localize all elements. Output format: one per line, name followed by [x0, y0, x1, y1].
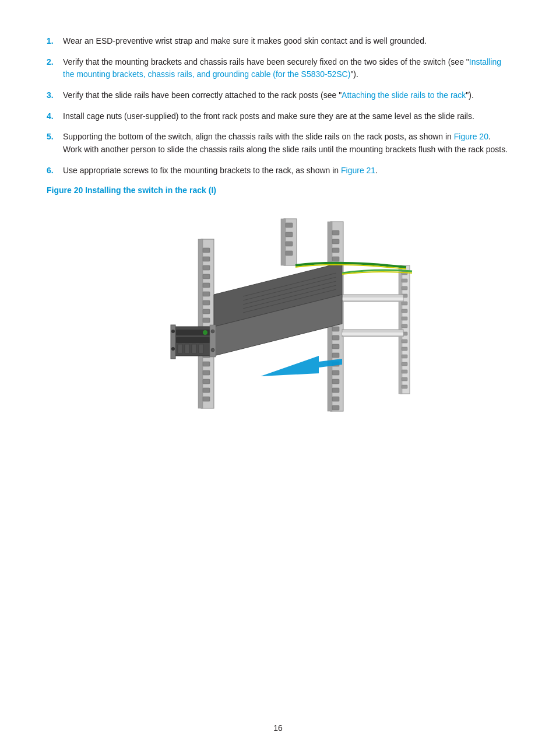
svg-rect-39 — [332, 379, 339, 384]
step-1-text: Wear an ESD-preventive wrist strap and m… — [63, 35, 509, 48]
svg-rect-49 — [402, 302, 407, 305]
step-6-text: Use appropriate screws to fix the mounti… — [63, 164, 509, 177]
svg-rect-65 — [286, 242, 293, 246]
step-5-link[interactable]: Figure 20 — [454, 132, 488, 141]
svg-rect-33 — [332, 327, 339, 331]
svg-rect-35 — [332, 344, 339, 349]
svg-rect-2 — [203, 248, 210, 253]
svg-rect-66 — [286, 251, 293, 256]
svg-rect-64 — [286, 232, 293, 237]
svg-point-88 — [203, 330, 207, 335]
svg-rect-36 — [332, 353, 339, 358]
svg-rect-22 — [332, 230, 339, 235]
svg-rect-52 — [402, 324, 407, 328]
svg-rect-9 — [203, 309, 210, 314]
svg-rect-24 — [332, 248, 339, 253]
svg-rect-16 — [203, 370, 210, 375]
left-rack-post — [198, 239, 214, 408]
svg-rect-63 — [286, 223, 293, 228]
svg-point-87 — [171, 347, 175, 351]
top-front-post — [281, 219, 297, 265]
step-5-number: 5. — [47, 131, 63, 156]
svg-rect-25 — [332, 257, 339, 261]
svg-rect-1 — [198, 239, 203, 408]
svg-rect-7 — [203, 292, 210, 296]
svg-rect-34 — [332, 335, 339, 340]
svg-rect-23 — [332, 239, 339, 244]
svg-rect-84 — [199, 344, 203, 354]
svg-point-92 — [211, 348, 214, 352]
step-2-text: Verify that the mounting brackets and ch… — [63, 56, 509, 81]
svg-rect-55 — [402, 347, 407, 351]
step-3-link[interactable]: Attaching the slide rails to the rack — [342, 90, 466, 100]
svg-rect-5 — [203, 274, 210, 279]
svg-rect-68 — [342, 298, 403, 300]
step-2: 2. Verify that the mounting brackets and… — [47, 56, 509, 81]
svg-rect-56 — [402, 355, 407, 358]
svg-rect-60 — [402, 385, 407, 388]
svg-rect-74 — [176, 337, 210, 343]
svg-rect-15 — [203, 362, 210, 366]
svg-rect-40 — [332, 388, 339, 393]
step-3-number: 3. — [47, 89, 63, 102]
svg-rect-4 — [203, 265, 210, 270]
svg-rect-51 — [402, 317, 407, 320]
front-bracket-detail — [210, 325, 216, 357]
grounding-cable — [295, 262, 406, 268]
figure-caption: Figure 20 Installing the switch in the r… — [47, 186, 509, 195]
page-number: 16 — [273, 723, 283, 733]
svg-rect-82 — [185, 344, 189, 354]
step-list: 1. Wear an ESD-preventive wrist strap an… — [47, 35, 509, 177]
svg-rect-38 — [332, 370, 339, 375]
step-3: 3. Verify that the slide rails have been… — [47, 89, 509, 102]
svg-point-91 — [211, 330, 214, 333]
step-4-text: Install cage nuts (user-supplied) to the… — [63, 110, 509, 123]
step-4-number: 4. — [47, 110, 63, 123]
svg-rect-42 — [332, 405, 339, 410]
svg-rect-41 — [332, 397, 339, 401]
svg-rect-54 — [402, 340, 407, 343]
svg-rect-3 — [203, 257, 210, 261]
bottom-slide-rail — [342, 330, 403, 337]
svg-rect-6 — [203, 283, 210, 288]
step-2-link[interactable]: Installing the mounting brackets, chassi… — [63, 57, 501, 79]
svg-rect-47 — [402, 286, 407, 290]
svg-rect-17 — [203, 379, 210, 384]
svg-rect-46 — [402, 279, 407, 282]
step-4: 4. Install cage nuts (user-supplied) to … — [47, 110, 509, 123]
step-2-number: 2. — [47, 56, 63, 81]
top-slide-rail — [342, 295, 403, 302]
svg-rect-59 — [402, 377, 407, 381]
svg-rect-83 — [192, 344, 196, 354]
svg-rect-8 — [203, 300, 210, 305]
svg-rect-19 — [203, 397, 210, 401]
rack-diagram — [115, 204, 441, 420]
step-1: 1. Wear an ESD-preventive wrist strap an… — [47, 35, 509, 48]
step-6-link[interactable]: Figure 21 — [341, 166, 375, 175]
figure-container — [47, 204, 509, 420]
svg-rect-62 — [281, 219, 286, 265]
svg-rect-50 — [402, 309, 407, 313]
svg-point-86 — [171, 330, 175, 333]
step-6: 6. Use appropriate screws to fix the mou… — [47, 164, 509, 177]
step-1-number: 1. — [47, 35, 63, 48]
svg-rect-18 — [203, 388, 210, 393]
step-5: 5. Supporting the bottom of the switch, … — [47, 131, 509, 156]
step-5-text: Supporting the bottom of the switch, ali… — [63, 131, 509, 156]
svg-rect-10 — [203, 318, 210, 323]
svg-rect-70 — [342, 332, 403, 335]
svg-rect-81 — [178, 344, 182, 354]
step-3-text: Verify that the slide rails have been co… — [63, 89, 509, 102]
page: 1. Wear an ESD-preventive wrist strap an… — [0, 0, 556, 756]
step-6-number: 6. — [47, 164, 63, 177]
svg-rect-57 — [402, 362, 407, 366]
svg-rect-58 — [402, 370, 407, 373]
